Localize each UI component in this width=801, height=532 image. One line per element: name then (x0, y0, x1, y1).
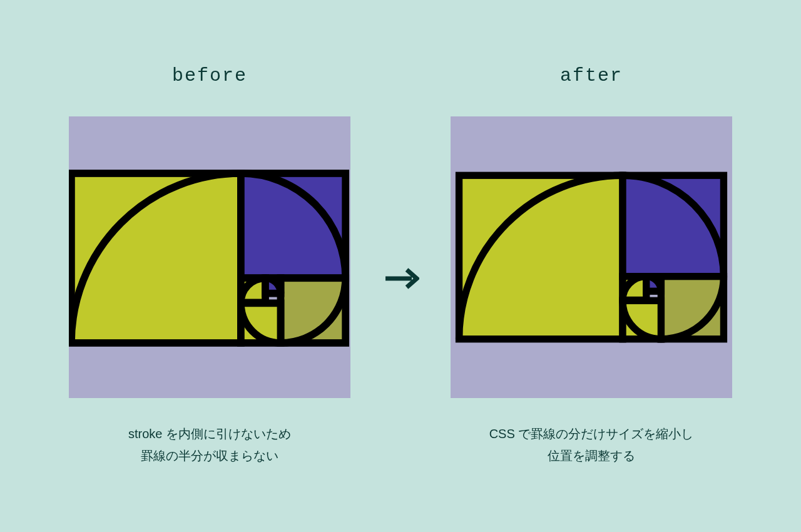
after-panel: after CSS で罫線の分だけサイズを縮小し 位置を調整する (451, 65, 732, 467)
caption-line: 位置を調整する (489, 445, 694, 467)
golden-spiral-after (454, 170, 728, 345)
before-canvas (69, 116, 350, 398)
caption-line: stroke を内側に引けないため (128, 423, 291, 445)
caption-line: CSS で罫線の分だけサイズを縮小し (489, 423, 694, 445)
after-title: after (560, 65, 623, 86)
after-caption: CSS で罫線の分だけサイズを縮小し 位置を調整する (489, 423, 694, 467)
comparison-row: before (69, 65, 732, 467)
after-canvas (451, 116, 732, 398)
before-panel: before (69, 65, 350, 467)
caption-line: 罫線の半分が収まらない (128, 445, 291, 467)
before-title: before (172, 65, 247, 86)
golden-spiral-before (69, 166, 350, 348)
arrow-icon (382, 266, 419, 291)
before-caption: stroke を内側に引けないため 罫線の半分が収まらない (128, 423, 291, 467)
